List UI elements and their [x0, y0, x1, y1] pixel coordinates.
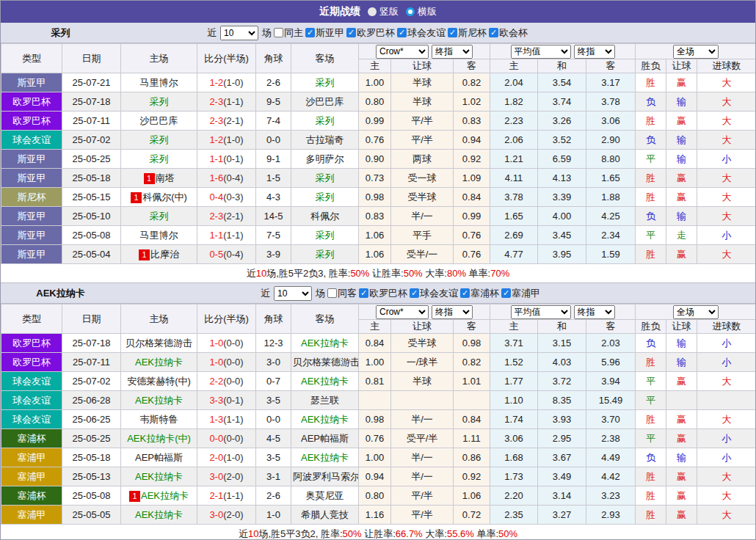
odds-handicap-cell: 半/一: [391, 207, 454, 226]
fulltime-select[interactable]: 全场: [673, 305, 719, 319]
home-team-cell: 贝尔格莱德游击: [121, 334, 197, 353]
avg-draw-cell: 4.13: [538, 169, 586, 188]
away-team-name[interactable]: 瑟兰联: [310, 395, 339, 406]
score-cell: 1-0(0-0): [197, 353, 256, 372]
radio-horizontal-icon[interactable]: [406, 7, 415, 16]
away-team-name[interactable]: 采列: [316, 77, 335, 88]
league-checkbox-2[interactable]: ✓球会友谊: [397, 26, 446, 40]
fulltime-score: 3-0: [209, 471, 223, 482]
league-checkbox-0[interactable]: ✓斯亚甲: [305, 26, 344, 40]
checkbox-checked-icon[interactable]: ✓: [397, 28, 407, 37]
home-team-cell: AEK拉纳卡: [121, 391, 197, 410]
checkbox-unchecked-icon[interactable]: [274, 28, 283, 37]
checkbox-checked-icon[interactable]: ✓: [305, 28, 315, 37]
radio-horizontal-option[interactable]: 横版: [406, 5, 437, 18]
avg-source-select[interactable]: 平均值: [511, 45, 571, 59]
red-card-badge: 1: [144, 173, 155, 184]
home-team-name[interactable]: AEP帕福斯: [135, 452, 183, 463]
home-team-name[interactable]: 采列: [150, 134, 169, 145]
checkbox-unchecked-icon[interactable]: [327, 288, 337, 298]
avg-time-select[interactable]: 终指: [574, 305, 615, 319]
away-team-name[interactable]: 科佩尔: [310, 211, 339, 222]
home-team-cell: 1科佩尔(中): [121, 188, 197, 207]
summary-label: 近: [247, 268, 256, 279]
same-side-checkbox[interactable]: 同主: [274, 26, 303, 40]
away-team-name[interactable]: 沙巴巴库: [306, 96, 344, 107]
checkbox-checked-icon[interactable]: ✓: [489, 28, 498, 37]
away-team-name[interactable]: 采列: [316, 172, 335, 183]
away-team-name[interactable]: AEK拉纳卡: [301, 452, 349, 463]
checkbox-checked-icon[interactable]: ✓: [410, 288, 419, 298]
fulltime-select[interactable]: 全场: [673, 45, 719, 59]
odds-source-select[interactable]: Crow*: [376, 45, 429, 59]
away-team-name[interactable]: 采列: [316, 191, 335, 202]
checkbox-checked-icon[interactable]: ✓: [359, 288, 368, 298]
odds-time-select[interactable]: 终指: [432, 45, 473, 59]
radio-vertical-option[interactable]: 竖版: [368, 5, 399, 18]
home-team-name[interactable]: 采列: [150, 153, 169, 164]
checkbox-checked-icon[interactable]: ✓: [346, 28, 356, 37]
home-team-name[interactable]: 马里博尔: [140, 230, 178, 241]
home-team-name[interactable]: 采列: [150, 211, 169, 222]
away-team-name[interactable]: 古拉瑞奇: [306, 134, 344, 145]
home-team-name[interactable]: 南塔: [156, 172, 175, 183]
home-team-name[interactable]: AEK拉纳卡: [135, 509, 183, 520]
league-checkbox-2[interactable]: ✓塞浦杯: [460, 287, 499, 300]
away-team-name[interactable]: 采列: [316, 115, 335, 126]
odds-home-cell: 1.00: [359, 448, 391, 467]
league-checkbox-3[interactable]: ✓塞浦甲: [501, 287, 540, 300]
home-team-name[interactable]: 韦斯特鲁: [140, 414, 178, 425]
away-team-name[interactable]: 采列: [316, 249, 335, 260]
league-checkbox-1[interactable]: ✓球会友谊: [410, 287, 458, 300]
checkbox-checked-icon[interactable]: ✓: [448, 28, 457, 37]
home-team-name[interactable]: AEK拉纳卡: [135, 357, 183, 368]
home-team-name[interactable]: AEK拉纳卡: [141, 490, 189, 501]
league-checkbox-1[interactable]: ✓欧罗巴杯: [346, 26, 395, 40]
away-team-name[interactable]: AEK拉纳卡: [301, 414, 349, 425]
away-team-name[interactable]: 阿波罗利马索尔: [293, 471, 359, 482]
near-count-select[interactable]: 10: [220, 26, 258, 40]
red-card-badge: 1: [129, 491, 140, 502]
near-count-select[interactable]: 10: [274, 286, 312, 301]
home-team-name[interactable]: AEK拉纳卡: [135, 471, 183, 482]
home-team-name[interactable]: 科佩尔(中): [142, 191, 187, 202]
odds-source-select[interactable]: Crow*: [376, 305, 429, 319]
halftime-score: (0-0): [223, 357, 243, 368]
league-checkbox-0-label: 斯亚甲: [316, 26, 344, 40]
odds-time-select[interactable]: 终指: [432, 305, 473, 319]
sub-header-8: 进球数: [697, 59, 756, 73]
away-team-name[interactable]: AEP帕福斯: [301, 433, 349, 444]
home-team-name[interactable]: AEK拉纳卡(中): [127, 433, 191, 444]
home-team-name[interactable]: 采列: [150, 96, 169, 107]
league-checkbox-4[interactable]: ✓欧会杯: [489, 26, 528, 40]
checkbox-checked-icon[interactable]: ✓: [501, 288, 511, 298]
score-cell: 2-3(2-1): [197, 112, 256, 131]
same-side-checkbox[interactable]: 同客: [327, 287, 357, 300]
home-team-name[interactable]: 比摩治: [150, 249, 179, 260]
league-checkbox-3[interactable]: ✓斯尼杯: [448, 26, 487, 40]
avg-time-select[interactable]: 终指: [574, 45, 615, 59]
away-team-name[interactable]: 多明萨尔: [306, 153, 344, 164]
home-team-name[interactable]: 沙巴巴库: [140, 115, 178, 126]
away-team-name[interactable]: AEK拉纳卡: [301, 376, 349, 387]
radio-vertical-icon[interactable]: [368, 7, 377, 16]
date-cell: 25-05-25: [62, 150, 121, 169]
home-team-name[interactable]: AEK拉纳卡: [135, 395, 183, 406]
home-team-name[interactable]: 安德莱赫特(中): [127, 376, 191, 387]
odds-away-cell: [454, 391, 490, 410]
away-team-name[interactable]: AEK拉纳卡: [301, 338, 349, 349]
home-team-name[interactable]: 贝尔格莱德游击: [126, 338, 192, 349]
away-team-name[interactable]: 希腊人竞技: [301, 509, 349, 520]
odds-handicap-cell: 半/一: [391, 448, 454, 467]
odds-home-cell: 0.80: [359, 92, 391, 112]
away-team-name[interactable]: 采列: [316, 230, 335, 241]
avg-draw-cell: 3.72: [538, 372, 586, 391]
away-team-name[interactable]: 贝尔格莱德游击: [293, 357, 359, 368]
avg-source-select[interactable]: 平均值: [511, 305, 571, 319]
checkbox-checked-icon[interactable]: ✓: [460, 288, 470, 298]
result-goals-cell: 大: [697, 410, 756, 429]
league-checkbox-0[interactable]: ✓欧罗巴杯: [359, 287, 407, 300]
away-team-name[interactable]: 奥莫尼亚: [306, 490, 344, 501]
league-checkbox-3-label: 塞浦甲: [512, 287, 540, 300]
home-team-name[interactable]: 马里博尔: [140, 77, 178, 88]
